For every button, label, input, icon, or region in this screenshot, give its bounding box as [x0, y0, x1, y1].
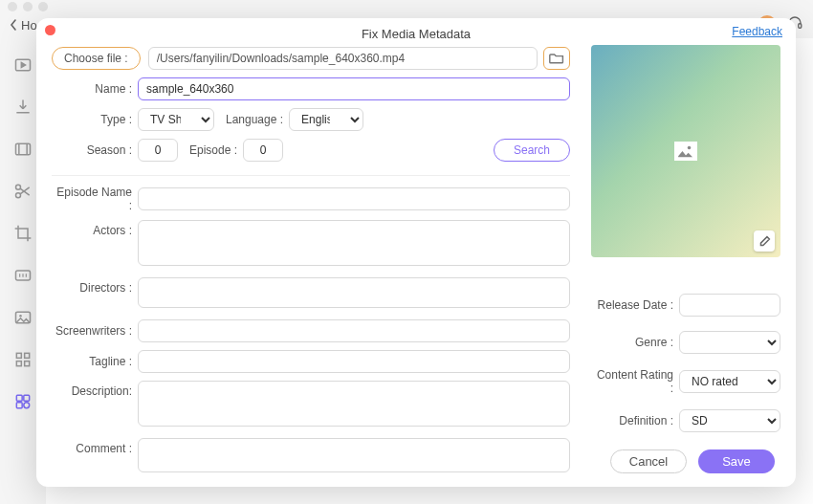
rail-media-icon[interactable] — [13, 55, 33, 75]
chevron-left-icon — [10, 19, 17, 31]
svg-point-17 — [24, 403, 30, 408]
svg-rect-13 — [25, 362, 30, 366]
release-date-input[interactable] — [679, 294, 780, 317]
season-input[interactable] — [138, 139, 178, 162]
screenwriters-input[interactable] — [138, 319, 570, 342]
description-label: Description: — [52, 381, 132, 398]
screenwriters-label: Screenwriters : — [52, 324, 132, 338]
genre-label: Genre : — [591, 336, 673, 349]
svg-rect-4 — [16, 143, 31, 155]
edit-thumbnail-button[interactable] — [754, 230, 775, 252]
svg-rect-16 — [16, 403, 22, 408]
choose-file-button[interactable]: Choose file : — [52, 47, 141, 70]
actors-label: Actors : — [52, 220, 132, 237]
window-traffic-lights — [0, 0, 813, 13]
definition-label: Definition : — [591, 414, 673, 427]
directors-input[interactable] — [138, 277, 570, 308]
file-path-input[interactable] — [148, 47, 538, 70]
feedback-link[interactable]: Feedback — [732, 25, 782, 38]
svg-rect-10 — [16, 353, 21, 358]
episode-name-input[interactable] — [138, 187, 570, 210]
actors-input[interactable] — [138, 220, 570, 266]
directors-label: Directors : — [52, 277, 132, 295]
back-label: Ho — [21, 18, 37, 33]
browse-folder-button[interactable] — [543, 47, 570, 70]
svg-rect-11 — [25, 353, 30, 358]
search-button[interactable]: Search — [494, 139, 570, 162]
svg-rect-12 — [16, 362, 21, 366]
rail-crop-icon[interactable] — [13, 224, 33, 243]
metadata-modal: Fix Media Metadata Feedback Choose file … — [36, 18, 796, 487]
tagline-input[interactable] — [138, 350, 570, 373]
svg-point-9 — [19, 315, 22, 318]
language-label: Language : — [226, 113, 283, 126]
rail-download-icon[interactable] — [13, 98, 33, 117]
image-placeholder-icon — [674, 142, 697, 161]
description-input[interactable] — [138, 381, 570, 427]
svg-point-21 — [688, 146, 692, 150]
season-label: Season : — [52, 143, 132, 157]
rail-image-icon[interactable] — [13, 308, 33, 327]
episode-input[interactable] — [243, 139, 283, 162]
traffic-dot — [8, 2, 17, 11]
name-label: Name : — [52, 82, 132, 96]
rail-grid-icon[interactable] — [13, 350, 33, 369]
episode-name-label: Episode Name : — [52, 186, 132, 212]
type-select[interactable]: TV Shows — [138, 108, 214, 131]
thumbnail-preview — [591, 45, 780, 257]
rail-apps-icon[interactable] — [13, 392, 33, 411]
save-button[interactable]: Save — [698, 449, 775, 473]
rail-film-icon[interactable] — [13, 140, 33, 159]
rail-gif-icon[interactable] — [13, 266, 33, 285]
language-select[interactable]: English — [289, 108, 363, 131]
episode-label: Episode : — [189, 143, 237, 157]
svg-rect-2 — [799, 24, 802, 29]
back-button[interactable]: Ho — [10, 18, 37, 33]
name-input[interactable] — [138, 77, 570, 100]
svg-rect-14 — [16, 395, 22, 401]
traffic-dot — [38, 2, 48, 11]
tagline-label: Tagline : — [52, 355, 132, 368]
type-label: Type : — [52, 113, 132, 126]
content-rating-select[interactable]: NO rated — [679, 370, 780, 393]
close-button[interactable] — [45, 25, 55, 35]
release-date-label: Release Date : — [591, 298, 673, 312]
modal-title: Fix Media Metadata — [362, 27, 471, 41]
genre-select[interactable] — [679, 331, 780, 354]
content-rating-label: Content Rating : — [591, 368, 673, 395]
cancel-button[interactable]: Cancel — [610, 449, 687, 473]
rail-cut-icon[interactable] — [13, 182, 33, 201]
definition-select[interactable]: SD — [679, 409, 780, 432]
traffic-dot — [23, 2, 33, 11]
svg-rect-15 — [24, 395, 30, 401]
